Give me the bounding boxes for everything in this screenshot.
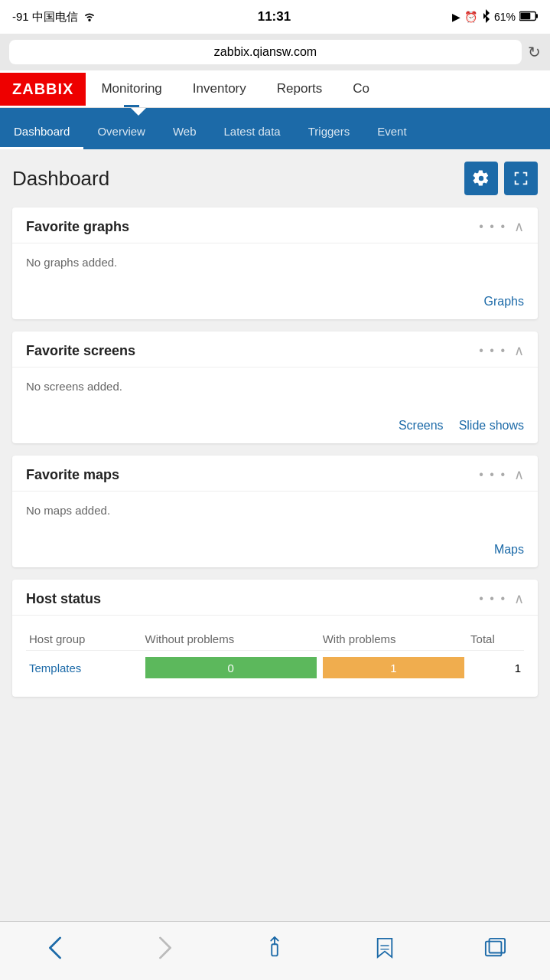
status-bar: -91 中国电信 11:31 ▶ ⏰ 61% bbox=[0, 0, 550, 34]
favorite-screens-title: Favorite screens bbox=[26, 343, 135, 359]
slideshows-link[interactable]: Slide shows bbox=[459, 419, 524, 433]
svg-rect-2 bbox=[520, 12, 530, 18]
address-bar[interactable]: zabbix.qiansw.com bbox=[9, 40, 522, 64]
maps-link[interactable]: Maps bbox=[494, 543, 524, 556]
green-bar: 0 bbox=[145, 657, 317, 678]
nav-item-inventory[interactable]: Inventory bbox=[177, 70, 262, 107]
host-status-header: Host status • • • ∧ bbox=[12, 580, 538, 616]
host-status-title: Host status bbox=[26, 591, 101, 607]
sub-nav-triggers[interactable]: Triggers bbox=[295, 116, 363, 149]
nav-item-co[interactable]: Co bbox=[337, 70, 385, 107]
sub-nav-web[interactable]: Web bbox=[159, 116, 210, 149]
favorite-graphs-body: No graphs added. bbox=[12, 243, 538, 287]
graphs-link[interactable]: Graphs bbox=[484, 295, 524, 308]
favorite-screens-widget: Favorite screens • • • ∧ No screens adde… bbox=[12, 332, 538, 443]
favorite-graphs-header: Favorite graphs • • • ∧ bbox=[12, 207, 538, 243]
favorite-graphs-footer: Graphs bbox=[12, 287, 538, 319]
favorite-screens-footer: Screens Slide shows bbox=[12, 411, 538, 443]
toolbar-buttons bbox=[464, 162, 538, 195]
alarm-icon: ⏰ bbox=[464, 11, 477, 23]
favorite-maps-empty: No maps added. bbox=[26, 504, 524, 517]
host-status-menu[interactable]: • • • bbox=[479, 592, 506, 606]
nav-item-reports[interactable]: Reports bbox=[262, 70, 338, 107]
nav-arrow bbox=[131, 108, 146, 116]
page-title-row: Dashboard bbox=[12, 162, 538, 195]
favorite-maps-footer: Maps bbox=[12, 535, 538, 567]
col-without-problems: Without problems bbox=[142, 628, 320, 651]
total-cell: 1 bbox=[467, 651, 524, 685]
zabbix-logo: ZABBIX bbox=[0, 73, 86, 106]
favorite-maps-collapse[interactable]: ∧ bbox=[514, 466, 524, 483]
favorite-graphs-widget: Favorite graphs • • • ∧ No graphs added.… bbox=[12, 207, 538, 319]
with-problems-bar: 1 bbox=[323, 657, 464, 678]
wifi-icon bbox=[83, 11, 96, 24]
col-with-problems: With problems bbox=[320, 628, 467, 651]
without-problems-bar: 0 bbox=[145, 657, 317, 678]
battery-icon bbox=[519, 11, 538, 24]
status-right: ▶ ⏰ 61% bbox=[452, 9, 538, 25]
svg-rect-1 bbox=[535, 14, 538, 18]
favorite-maps-body: No maps added. bbox=[12, 492, 538, 535]
host-status-controls: • • • ∧ bbox=[479, 590, 524, 607]
configure-button[interactable] bbox=[464, 162, 498, 195]
screens-link[interactable]: Screens bbox=[399, 419, 444, 433]
favorite-maps-controls: • • • ∧ bbox=[479, 466, 524, 483]
browser-bar: zabbix.qiansw.com ↻ bbox=[0, 34, 550, 70]
favorite-maps-title: Favorite maps bbox=[26, 467, 119, 483]
battery-text: 61% bbox=[494, 11, 516, 23]
favorite-graphs-controls: • • • ∧ bbox=[479, 218, 524, 235]
favorite-screens-menu[interactable]: • • • bbox=[479, 344, 506, 358]
sub-nav-latest-data[interactable]: Latest data bbox=[210, 116, 294, 149]
table-row: Templates 0 1 bbox=[26, 651, 524, 685]
with-problems-cell: 1 bbox=[320, 651, 467, 685]
host-status-table: Host group Without problems With problem… bbox=[26, 628, 524, 684]
favorite-maps-header: Favorite maps • • • ∧ bbox=[12, 456, 538, 492]
signal-text: -91 中国电信 bbox=[12, 10, 78, 24]
status-time: 11:31 bbox=[258, 9, 291, 24]
favorite-maps-menu[interactable]: • • • bbox=[479, 468, 506, 482]
favorite-graphs-empty: No graphs added. bbox=[26, 256, 524, 269]
favorite-screens-collapse[interactable]: ∧ bbox=[514, 342, 524, 359]
host-status-collapse[interactable]: ∧ bbox=[514, 590, 524, 607]
top-nav: ZABBIX Monitoring Inventory Reports Co bbox=[0, 70, 550, 108]
host-status-body: Host group Without problems With problem… bbox=[12, 616, 538, 697]
expand-button[interactable] bbox=[504, 162, 538, 195]
host-status-widget: Host status • • • ∧ Host group Without p… bbox=[12, 580, 538, 697]
page-content: Dashboard Favorite graphs • • • ∧ No bbox=[0, 149, 550, 721]
location-icon: ▶ bbox=[452, 11, 461, 23]
host-group-name[interactable]: Templates bbox=[26, 651, 142, 685]
favorite-screens-controls: • • • ∧ bbox=[479, 342, 524, 359]
nav-item-monitoring[interactable]: Monitoring bbox=[86, 70, 177, 107]
bluetooth-icon bbox=[481, 9, 490, 25]
favorite-screens-empty: No screens added. bbox=[26, 380, 524, 393]
col-total: Total bbox=[467, 628, 524, 651]
status-signal: -91 中国电信 bbox=[12, 10, 96, 24]
sub-nav-dashboard[interactable]: Dashboard bbox=[0, 116, 83, 149]
sub-nav-overview[interactable]: Overview bbox=[83, 116, 159, 149]
reload-button[interactable]: ↻ bbox=[528, 43, 541, 61]
favorite-graphs-menu[interactable]: • • • bbox=[479, 220, 506, 234]
top-nav-items: Monitoring Inventory Reports Co bbox=[86, 70, 385, 107]
favorite-screens-body: No screens added. bbox=[12, 368, 538, 411]
favorite-graphs-collapse[interactable]: ∧ bbox=[514, 218, 524, 235]
col-host-group: Host group bbox=[26, 628, 142, 651]
favorite-screens-header: Favorite screens • • • ∧ bbox=[12, 332, 538, 368]
sub-nav-events[interactable]: Event bbox=[363, 116, 420, 149]
sub-nav: Dashboard Overview Web Latest data Trigg… bbox=[0, 116, 550, 149]
favorite-maps-widget: Favorite maps • • • ∧ No maps added. Map… bbox=[12, 456, 538, 567]
nav-indicator bbox=[0, 108, 550, 116]
yellow-bar: 1 bbox=[323, 657, 464, 678]
page-title: Dashboard bbox=[12, 167, 109, 191]
without-problems-cell: 0 bbox=[142, 651, 320, 685]
url-text: zabbix.qiansw.com bbox=[214, 45, 317, 59]
favorite-graphs-title: Favorite graphs bbox=[26, 219, 129, 235]
